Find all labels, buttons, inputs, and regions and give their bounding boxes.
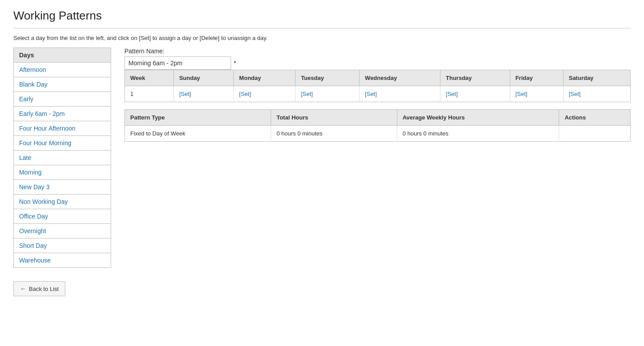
days-link-non-working-day[interactable]: Non Working Day xyxy=(19,198,68,205)
week-col-header: Week xyxy=(125,70,174,86)
set-link-monday[interactable]: [Set] xyxy=(239,91,251,97)
days-link-morning[interactable]: Morning xyxy=(19,169,42,176)
set-link-sunday[interactable]: [Set] xyxy=(179,91,191,97)
content-area: Pattern Name: * Week Sunday Monday Tuesd… xyxy=(124,48,631,142)
list-item-blank-day[interactable]: Blank Day xyxy=(14,77,111,92)
days-link-four-hour-morning[interactable]: Four Hour Morning xyxy=(19,139,72,147)
list-item-new-day-3[interactable]: New Day 3 xyxy=(14,180,111,195)
sunday-set[interactable]: [Set] xyxy=(174,86,234,102)
list-item-four-hour-morning[interactable]: Four Hour Morning xyxy=(14,136,111,151)
set-link-wednesday[interactable]: [Set] xyxy=(365,91,377,97)
pattern-type-value: Fixed to Day of Week xyxy=(125,126,271,142)
pattern-name-section: Pattern Name: * xyxy=(124,48,631,70)
back-to-list-label: Back to List xyxy=(29,286,59,292)
pattern-type-col-header: Pattern Type xyxy=(125,110,271,126)
arrow-left-icon: ← xyxy=(20,285,26,292)
week-table: Week Sunday Monday Tuesday Wednesday Thu… xyxy=(124,70,631,102)
list-item-four-hour-afternoon[interactable]: Four Hour Afternoon xyxy=(14,121,111,136)
pattern-name-input[interactable] xyxy=(124,56,231,70)
list-item-warehouse[interactable]: Warehouse xyxy=(14,253,111,267)
tuesday-col-header: Tuesday xyxy=(296,70,360,86)
title-divider xyxy=(13,28,631,28)
days-link-warehouse[interactable]: Warehouse xyxy=(19,257,51,264)
required-star: * xyxy=(234,60,236,67)
wednesday-col-header: Wednesday xyxy=(360,70,440,86)
days-link-early-6am[interactable]: Early 6am - 2pm xyxy=(19,110,65,117)
page-title: Working Patterns xyxy=(13,9,631,23)
days-link-overnight[interactable]: Overnight xyxy=(19,227,46,235)
tuesday-set[interactable]: [Set] xyxy=(296,86,360,102)
days-list: Days Afternoon Blank Day Early Early 6am… xyxy=(13,48,111,268)
set-link-thursday[interactable]: [Set] xyxy=(446,91,458,97)
avg-weekly-hours-col-header: Average Weekly Hours xyxy=(397,110,559,126)
list-item-afternoon[interactable]: Afternoon xyxy=(14,63,111,77)
days-link-office-day[interactable]: Office Day xyxy=(19,213,48,220)
thursday-col-header: Thursday xyxy=(440,70,510,86)
list-item-office-day[interactable]: Office Day xyxy=(14,209,111,224)
days-list-header: Days xyxy=(14,48,111,63)
days-link-afternoon[interactable]: Afternoon xyxy=(19,66,46,73)
actions-col-header: Actions xyxy=(559,110,631,126)
list-item-early[interactable]: Early xyxy=(14,92,111,107)
table-row: 1 [Set] [Set] [Set] [Set] [Set] [Set] [S… xyxy=(125,86,631,102)
days-link-short-day[interactable]: Short Day xyxy=(19,242,47,249)
set-link-saturday[interactable]: [Set] xyxy=(569,91,581,97)
back-to-list-button[interactable]: ← Back to List xyxy=(13,281,65,296)
days-link-four-hour-afternoon[interactable]: Four Hour Afternoon xyxy=(19,125,76,132)
avg-weekly-hours-value: 0 hours 0 minutes xyxy=(397,126,559,142)
monday-col-header: Monday xyxy=(234,70,296,86)
total-hours-value: 0 hours 0 minutes xyxy=(271,126,397,142)
days-link-new-day-3[interactable]: New Day 3 xyxy=(19,183,49,191)
set-link-tuesday[interactable]: [Set] xyxy=(301,91,313,97)
friday-col-header: Friday xyxy=(510,70,563,86)
list-item-overnight[interactable]: Overnight xyxy=(14,224,111,239)
total-hours-col-header: Total Hours xyxy=(271,110,397,126)
days-link-late[interactable]: Late xyxy=(19,154,31,161)
thursday-set[interactable]: [Set] xyxy=(440,86,510,102)
list-item-early-6am[interactable]: Early 6am - 2pm xyxy=(14,107,111,121)
wednesday-set[interactable]: [Set] xyxy=(360,86,440,102)
week-number: 1 xyxy=(125,86,174,102)
sunday-col-header: Sunday xyxy=(174,70,234,86)
monday-set[interactable]: [Set] xyxy=(234,86,296,102)
days-link-early[interactable]: Early xyxy=(19,95,33,103)
list-item-morning[interactable]: Morning xyxy=(14,165,111,180)
table-row: Fixed to Day of Week 0 hours 0 minutes 0… xyxy=(125,126,631,142)
saturday-col-header: Saturday xyxy=(563,70,630,86)
instruction-text: Select a day from the list on the left, … xyxy=(13,35,631,41)
list-item-late[interactable]: Late xyxy=(14,151,111,165)
list-item-short-day[interactable]: Short Day xyxy=(14,239,111,253)
friday-set[interactable]: [Set] xyxy=(510,86,563,102)
main-layout: Days Afternoon Blank Day Early Early 6am… xyxy=(13,48,631,268)
actions-value xyxy=(559,126,631,142)
set-link-friday[interactable]: [Set] xyxy=(516,91,528,97)
pattern-type-table: Pattern Type Total Hours Average Weekly … xyxy=(124,109,631,142)
pattern-name-input-row: * xyxy=(124,56,631,70)
pattern-name-label: Pattern Name: xyxy=(124,48,631,55)
days-link-blank-day[interactable]: Blank Day xyxy=(19,81,48,88)
list-item-non-working-day[interactable]: Non Working Day xyxy=(14,195,111,209)
saturday-set[interactable]: [Set] xyxy=(563,86,630,102)
